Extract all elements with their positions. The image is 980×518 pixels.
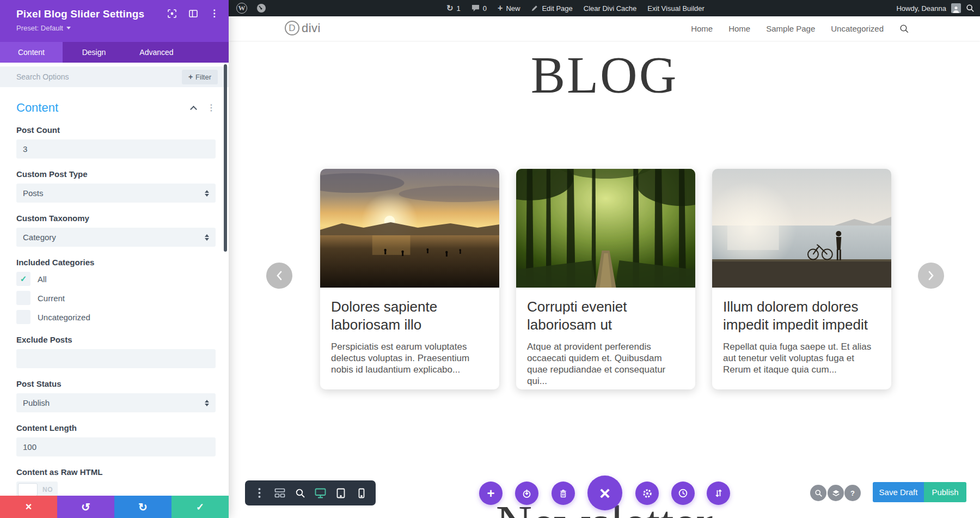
section-menu-dots-icon[interactable]: ⋮ bbox=[207, 103, 216, 112]
comments-count: 0 bbox=[483, 4, 487, 13]
phone-view-icon[interactable] bbox=[356, 487, 367, 499]
undo-button[interactable]: ↺ bbox=[57, 496, 114, 518]
focus-mode-icon[interactable] bbox=[167, 9, 176, 18]
blog-card: Illum dolorem dolores impedit impedit im… bbox=[712, 169, 891, 389]
comments-item[interactable]: 0 bbox=[471, 4, 487, 13]
tab-design[interactable]: Design bbox=[63, 42, 125, 63]
redo-icon: ↻ bbox=[138, 501, 148, 514]
custom-post-type-select[interactable]: Posts bbox=[16, 184, 216, 203]
page-title: BLOG bbox=[229, 47, 980, 104]
search-icon bbox=[966, 4, 975, 13]
tab-content[interactable]: Content bbox=[0, 42, 63, 63]
wireframe-view-icon[interactable] bbox=[274, 487, 286, 499]
custom-taxonomy-value: Category bbox=[23, 233, 56, 242]
custom-taxonomy-label: Custom Taxonomy bbox=[16, 214, 216, 223]
nav-link-home-1[interactable]: Home bbox=[691, 24, 713, 33]
page-preview: D divi Home Home Sample Page Uncategoriz… bbox=[229, 16, 980, 518]
custom-taxonomy-select[interactable]: Category bbox=[16, 228, 216, 247]
post-image-beach-sunset[interactable] bbox=[320, 169, 499, 288]
nav-link-uncategorized[interactable]: Uncategorized bbox=[831, 24, 884, 33]
avatar[interactable] bbox=[951, 3, 961, 13]
post-image-forest-path[interactable] bbox=[516, 169, 695, 288]
toolbar-menu-dots-icon[interactable] bbox=[253, 487, 265, 499]
tablet-view-icon[interactable] bbox=[335, 487, 347, 499]
updates-count: 1 bbox=[457, 4, 461, 13]
nav-search-icon[interactable] bbox=[899, 24, 909, 34]
module-settings-button[interactable] bbox=[635, 482, 659, 505]
panel-actions: × ↺ ↻ ✓ bbox=[0, 496, 229, 518]
post-image-seaside-pier[interactable] bbox=[712, 169, 891, 288]
slider-prev-button[interactable] bbox=[266, 263, 292, 289]
post-excerpt: Repellat quia fuga saepe ut. Et alias au… bbox=[723, 341, 880, 375]
panel-menu-dots-icon[interactable]: ⋮ bbox=[210, 9, 219, 18]
checkbox-checked-icon: ✓ bbox=[16, 272, 30, 286]
section-title-content[interactable]: Content bbox=[16, 101, 191, 115]
discard-button[interactable]: × bbox=[0, 496, 57, 518]
move-module-button[interactable] bbox=[707, 482, 730, 505]
divi-dashboard-icon[interactable] bbox=[256, 3, 267, 14]
caret-down-icon bbox=[66, 27, 71, 29]
plus-icon: + bbox=[498, 3, 503, 13]
delete-module-button[interactable] bbox=[552, 482, 575, 505]
wordpress-logo-icon[interactable]: W bbox=[236, 3, 247, 14]
admin-search-icon[interactable] bbox=[966, 4, 975, 13]
post-status-label: Post Status bbox=[16, 379, 216, 389]
included-categories-label: Included Categories bbox=[16, 258, 216, 267]
close-icon: × bbox=[599, 483, 610, 504]
post-excerpt: Perspiciatis est earum voluptates delect… bbox=[331, 341, 488, 375]
edit-page-item[interactable]: Edit Page bbox=[531, 4, 572, 13]
nav-link-sample-page[interactable]: Sample Page bbox=[766, 24, 815, 33]
exit-visual-builder-item[interactable]: Exit Visual Builder bbox=[647, 4, 705, 13]
content-length-input[interactable] bbox=[16, 437, 216, 456]
exclude-posts-input[interactable] bbox=[16, 349, 216, 368]
post-status-select[interactable]: Publish bbox=[16, 393, 216, 412]
checkbox-current[interactable]: Current bbox=[16, 291, 216, 305]
person-icon bbox=[952, 5, 960, 13]
filter-button[interactable]: + Filter bbox=[182, 70, 218, 84]
plus-icon: + bbox=[487, 486, 494, 501]
post-status-value: Publish bbox=[23, 398, 50, 407]
settings-panel-header: Pixel Blog Slider Settings Preset: Defau… bbox=[0, 0, 229, 42]
howdy-item[interactable]: Howdy, Deanna bbox=[896, 4, 946, 13]
checkbox-uncategorized[interactable]: Uncategorized bbox=[16, 310, 216, 324]
nav-link-home-2[interactable]: Home bbox=[728, 24, 750, 33]
collapse-section-icon[interactable] bbox=[190, 106, 197, 113]
checkbox-all[interactable]: ✓ All bbox=[16, 272, 216, 286]
slider-next-button[interactable] bbox=[918, 263, 944, 289]
post-title[interactable]: Dolores sapiente laboriosam illo bbox=[331, 298, 488, 334]
layers-button[interactable] bbox=[828, 485, 844, 501]
post-count-label: Post Count bbox=[16, 125, 216, 135]
confirm-button[interactable]: ✓ bbox=[171, 496, 229, 518]
settings-tabs: Content Design Advanced bbox=[0, 42, 229, 63]
refresh-icon: ↻ bbox=[446, 3, 454, 13]
history-button[interactable] bbox=[671, 482, 695, 505]
dock-panel-icon[interactable] bbox=[188, 9, 198, 18]
add-module-button[interactable]: + bbox=[479, 482, 503, 505]
site-logo[interactable]: D divi bbox=[285, 21, 321, 35]
preset-dropdown[interactable]: Preset: Default bbox=[16, 24, 212, 32]
post-title[interactable]: Corrupti eveniet laboriosam ut bbox=[527, 298, 684, 334]
save-draft-button[interactable]: Save Draft bbox=[873, 482, 924, 502]
question-icon: ? bbox=[850, 489, 855, 497]
site-nav: Home Home Sample Page Uncategorized bbox=[691, 16, 909, 41]
new-item[interactable]: + New bbox=[498, 3, 520, 13]
select-arrows-icon bbox=[205, 400, 209, 406]
trash-icon bbox=[559, 489, 568, 498]
clear-divi-cache-item[interactable]: Clear Divi Cache bbox=[584, 4, 637, 13]
desktop-view-icon[interactable] bbox=[315, 487, 327, 499]
search-options-input[interactable] bbox=[16, 72, 182, 81]
close-settings-button[interactable]: × bbox=[587, 476, 622, 510]
tab-advanced[interactable]: Advanced bbox=[125, 42, 188, 63]
pencil-icon bbox=[531, 4, 538, 12]
panel-scrollbar[interactable] bbox=[224, 64, 227, 252]
post-count-input[interactable] bbox=[16, 139, 216, 159]
post-title[interactable]: Illum dolorem dolores impedit impedit im… bbox=[723, 298, 880, 334]
updates-item[interactable]: ↻ 1 bbox=[446, 3, 461, 13]
redo-button[interactable]: ↻ bbox=[114, 496, 171, 518]
checkbox-label: Current bbox=[38, 294, 65, 303]
zoom-icon[interactable] bbox=[294, 487, 306, 499]
help-button[interactable]: ? bbox=[844, 485, 861, 501]
save-to-library-button[interactable] bbox=[515, 482, 538, 505]
responsive-preview-button[interactable] bbox=[810, 485, 826, 501]
publish-button[interactable]: Publish bbox=[924, 482, 966, 502]
